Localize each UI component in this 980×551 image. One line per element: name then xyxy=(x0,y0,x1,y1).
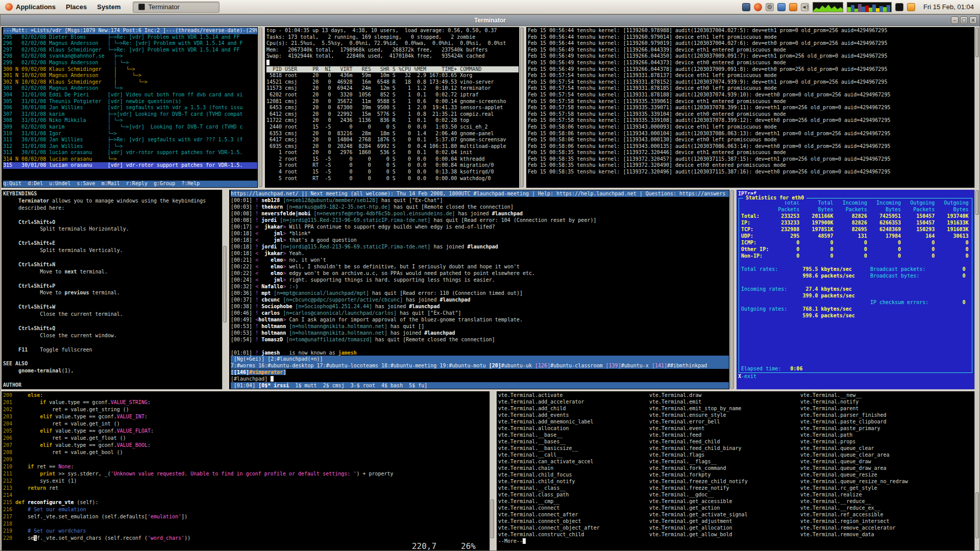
window-title: Terminator xyxy=(474,17,506,24)
terminator-window: Terminator – □ × ---Mutt: =Lists/vdr [Ms… xyxy=(0,14,980,551)
iptraf-scrollbar[interactable] xyxy=(974,190,979,389)
terminal-line xyxy=(3,233,222,240)
mutt-status-bar: ---Mutt: =Lists/vdr [Msgs:1079 New:174 P… xyxy=(3,28,257,34)
terminal-line: Incoming rates: 27.4 kbytes/sec xyxy=(741,286,970,292)
terminal-line: [[146]#vimperator] xyxy=(231,369,729,375)
terminal-line: [00:08] ! neversfelde|mobi [n=neversfe@n… xyxy=(231,210,729,217)
terminal-line: 3 root RT -5 0 0 0 S 0 0.0 0:00.84 migra… xyxy=(266,162,519,169)
vim-editor-pane[interactable]: 200 else:201 if value.type == gconf.VALU… xyxy=(2,391,495,550)
terminal-line: Feb 15 00:57:58 tenshu kernel: [1139335.… xyxy=(528,111,974,118)
terminal-line: Feb 15 00:56:49 tenshu kernel: [1139266.… xyxy=(528,60,974,66)
terminal-line: Ctrl+Shift+Q xyxy=(3,325,222,332)
terminal-line: [00:22] < elmo> well, I shouldn't be so … xyxy=(231,263,729,270)
terminal-line: ICMP: 0 0 0 0 0 0 xyxy=(741,239,970,246)
terminal-line: Split terminals Horizontally. xyxy=(3,226,222,233)
maximize-button[interactable]: □ xyxy=(960,16,968,24)
terminal-line: 998.6 packets/sec Broadcast bytes: 0 xyxy=(741,272,970,279)
terminal-line: Mem: 2067340k total, 1798968k used, 2683… xyxy=(266,47,519,54)
terminal-line: 305 31/01/08 Theunis Potgieter [vdr] new… xyxy=(3,98,257,105)
terminal-line: Ctrl+Shift+P xyxy=(3,283,222,290)
remote-desktop-icon[interactable] xyxy=(742,3,750,11)
terminal-line: Feb 15 00:56:49 tenshu kernel: [1139266.… xyxy=(528,47,974,54)
terminal-line xyxy=(741,359,970,365)
manpage-text: KEYBINDINGS Terminator allows you to man… xyxy=(3,190,222,389)
help-row: vte.Terminal.connectvte.Terminal.get_act… xyxy=(498,505,974,511)
terminal-line: [00:37] ! cbcunc [n=cbcunc@pdpc/supporte… xyxy=(231,296,729,303)
terminal-line: 203 elif value.type == gconf.VALUE_INT: xyxy=(3,413,489,420)
kernel-log-scrollbar[interactable] xyxy=(974,27,979,188)
terminal-line xyxy=(3,374,222,382)
python-help-scrollbar[interactable] xyxy=(974,391,979,550)
terminal-line: [00:21] < elmo> no, it won't xyxy=(231,257,729,263)
python-help-pane[interactable]: vte.Terminal.activatevte.Terminal.drawvt… xyxy=(497,391,979,550)
volume-icon[interactable]: ◄) xyxy=(801,3,809,11)
mutt-message-index: 295 02/02/08 Dieter Bloms ├─>Re: [vdr] P… xyxy=(3,34,257,181)
mutt-scrollbar[interactable] xyxy=(258,27,263,188)
cpu-load-graph-applet[interactable] xyxy=(813,2,843,12)
close-button[interactable]: × xyxy=(969,16,977,24)
applications-menu-label: Applications xyxy=(16,3,56,11)
help-row: vte.Terminal.add_mnemonic_labelvte.Termi… xyxy=(498,418,974,425)
applications-menu[interactable]: Applications xyxy=(0,0,61,14)
help-row: vte.Terminal.add_eventsvte.Terminal.ensu… xyxy=(498,412,974,418)
top-scrollbar[interactable] xyxy=(519,27,524,188)
terminal-line: Ctrl+Shift+N xyxy=(3,261,222,268)
terminal-line: 14521 cmsj 20 0 46928 16m 6548 R 18 0.8 … xyxy=(266,79,519,86)
taskbar-terminator-button[interactable]: Terminator xyxy=(133,2,219,13)
feed-reader-icon[interactable] xyxy=(789,3,797,11)
vim-scrollbar[interactable] xyxy=(489,391,495,550)
window-titlebar[interactable]: Terminator – □ × xyxy=(1,15,979,26)
terminal-line: Move to next terminal. xyxy=(3,268,222,276)
sensors-applet-icon[interactable] xyxy=(754,3,762,11)
terminal-line xyxy=(741,352,970,359)
terminal-line xyxy=(741,259,970,266)
clock[interactable]: Fri 15 Feb, 01:04 xyxy=(915,3,980,11)
terminal-line: 302 N 10/02/08 Klaus Schmidinger │ └─> xyxy=(3,79,257,86)
terminal-line xyxy=(741,339,970,345)
mutt-pane[interactable]: ---Mutt: =Lists/vdr [Msgs:1079 New:174 P… xyxy=(2,27,263,188)
terminal-line: Tasks: 173 total, 2 running, 169 sleepin… xyxy=(266,34,519,41)
manpage-scrollbar[interactable] xyxy=(222,190,227,389)
terminal-line: 599.6 packets/sec xyxy=(741,312,970,319)
irssi-pane[interactable]: https://launchpad.net/ || Next meeting (… xyxy=(229,190,734,389)
terminal-line: Feb 15 00:58:06 tenshu kernel: [1139343.… xyxy=(528,131,974,137)
cursor-position: 220,7 xyxy=(412,543,436,550)
terminal-line xyxy=(3,318,222,325)
terminal-line: Feb 15 00:56:44 tenshu kernel: [1139260.… xyxy=(528,40,974,47)
system-menu[interactable]: System xyxy=(92,0,126,14)
terminator-icon xyxy=(138,4,145,10)
terminal-line: [00:18] < jml> *blink* xyxy=(231,230,729,237)
terminal-line: Other IP: 0 0 0 0 0 0 xyxy=(741,246,970,253)
manpage-pane[interactable]: KEYBINDINGS Terminator allows you to man… xyxy=(2,190,227,389)
help-row: vte.Terminal.activatevte.Terminal.drawvt… xyxy=(498,392,974,398)
iptraf-pane[interactable]: IPTraf Statistics for eth0 Total Total I… xyxy=(737,190,979,389)
terminal-line: 300 N 09/02/08 Klaus Schmidinger │ └─> xyxy=(3,66,257,73)
gear-icon[interactable]: ⚙ xyxy=(766,3,774,11)
terminal-line: 295 02/02/08 Dieter Bloms ├─>Re: [vdr] P… xyxy=(3,34,257,41)
help-row: vte.Terminal.__class__vte.Terminal.freez… xyxy=(498,485,974,491)
terminal-line: [00:53] ! holtmann [n=holtmann@nikita.ho… xyxy=(231,330,729,336)
terminal-line: F11 Toggle fullscreen xyxy=(3,346,222,354)
terminal-line: Feb 15 00:57:58 tenshu kernel: [1139335.… xyxy=(528,105,974,111)
terminal-tray-icon[interactable] xyxy=(895,3,903,11)
help-row: vte.Terminal.class_pathvte.Terminal.__gd… xyxy=(498,491,974,498)
terminal-line: 6453 cmsj 20 0 67300 39m 9500 S 1 2.0 19… xyxy=(266,105,519,111)
terminal-line: Close the current window. xyxy=(3,332,222,339)
top-pane[interactable]: top - 01:04:35 up 13 days, 4:38, 10 user… xyxy=(265,27,524,188)
system-monitor-graph-applet[interactable] xyxy=(847,2,892,12)
notes-applet-icon[interactable] xyxy=(907,3,915,11)
places-menu[interactable]: Places xyxy=(61,0,92,14)
terminal-line: 2 root 15 -5 0 0 0 S 0 0.0 0:00.04 kthre… xyxy=(266,156,519,163)
software-update-icon[interactable] xyxy=(777,3,786,11)
help-row: vte.Terminal.__bases__vte.Terminal.feed_… xyxy=(498,438,974,445)
terminal-line: IP checksum errors: 0 xyxy=(741,299,970,306)
terminal-line: 11722 cmsj 20 0 2436 1136 836 R 1 0.1 0:… xyxy=(266,117,519,124)
terminal-line: Feb 15 00:58:35 tenshu kernel: [1139372.… xyxy=(528,169,974,176)
terminal-line: UDP: 295 48597 131 17984 164 30613 xyxy=(741,233,970,239)
terminal-line xyxy=(3,296,222,304)
terminal-line: [00:18] < jkakar> Yeah. xyxy=(231,250,729,257)
minimize-button[interactable]: – xyxy=(951,16,959,24)
iptraf-stats-box: Statistics for eth0 Total Total Incoming… xyxy=(739,198,972,373)
irssi-scrollbar[interactable] xyxy=(729,190,734,389)
kernel-log-pane[interactable]: Feb 15 00:56:44 tenshu kernel: [1139260.… xyxy=(526,27,979,188)
